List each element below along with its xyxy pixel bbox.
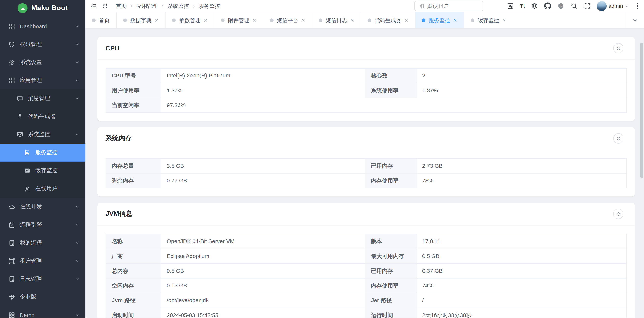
sidebar-item-my-workflow[interactable]: 我的流程 xyxy=(0,234,86,252)
tab-dot xyxy=(470,18,474,22)
fold-icon[interactable] xyxy=(90,2,97,9)
sidebar-item-code-generator[interactable]: 代码生成器 xyxy=(0,107,86,126)
tab-dropdown-chevron-icon[interactable] xyxy=(626,12,644,28)
sidebar-item-workflow-engine[interactable]: 流程引擎 xyxy=(0,216,86,234)
page-scrollbar-thumb[interactable] xyxy=(640,43,643,178)
table-value-cell: 2.73 GB xyxy=(416,159,627,173)
card-body: CPU 型号 Intel(R) Xeon(R) Platinum 核心数 2 用… xyxy=(97,60,635,121)
tab-parameter-management[interactable]: 参数管理 xyxy=(166,12,214,28)
chevron-up-icon xyxy=(75,132,80,137)
globe-icon[interactable] xyxy=(531,2,538,9)
table-row: 用户使用率 1.37% 系统使用率 1.37% xyxy=(106,83,626,98)
table-value-cell: 97.26% xyxy=(161,98,626,113)
font-size-icon[interactable]: Tt xyxy=(520,3,525,9)
chevron-right-icon xyxy=(160,4,165,8)
tab-service-monitor[interactable]: 服务监控 xyxy=(415,12,464,28)
sidebar-item-label: 系统设置 xyxy=(20,59,70,66)
close-icon[interactable] xyxy=(253,18,256,22)
github-icon[interactable] xyxy=(544,2,551,9)
close-icon[interactable] xyxy=(502,18,506,22)
tab-sms-platform[interactable]: 短信平台 xyxy=(263,12,312,28)
jvm-card: JVM信息 名称 OpenJDK 64-Bit Server VM 版本 17.… xyxy=(97,203,635,318)
tab-label: 数据字典 xyxy=(130,16,152,24)
document-user-icon xyxy=(8,239,15,246)
demo-grid-icon xyxy=(8,312,15,318)
tab-home[interactable]: 首页 xyxy=(86,12,116,28)
app-logo: Maku Boot xyxy=(0,0,86,16)
sidebar-item-dashboard[interactable]: Dashboard xyxy=(0,17,86,35)
sidebar-item-system-monitor[interactable]: 系统监控 xyxy=(0,126,86,144)
chevron-right-icon xyxy=(192,4,196,8)
user-menu[interactable]: admin xyxy=(597,1,629,11)
chevron-down-icon xyxy=(75,258,80,263)
user-icon xyxy=(24,185,31,192)
tab-attachment-management[interactable]: 附件管理 xyxy=(214,12,263,28)
sidebar-item-message-management[interactable]: 消息管理 xyxy=(0,89,86,107)
chevron-down-icon xyxy=(75,240,80,245)
header-actions: 默认租户 Tt G xyxy=(414,1,640,11)
table-label-cell: 厂商 xyxy=(106,249,161,263)
sidebar-item-log-management[interactable]: 日志管理 xyxy=(0,270,86,288)
table-row: Jvm 路径 /opt/java/openjdk Jar 路径 / xyxy=(106,293,626,308)
table-label-cell: 启动时间 xyxy=(106,308,161,318)
table-label-cell: 内存使用率 xyxy=(365,278,416,293)
sidebar-item-online-users[interactable]: 在线用户 xyxy=(0,180,86,198)
app-root: Maku Boot Dashboard 权限管理 系统设置 应用管理 xyxy=(0,0,644,318)
refresh-icon[interactable] xyxy=(102,2,108,9)
gitee-icon[interactable]: G xyxy=(558,2,564,9)
close-icon[interactable] xyxy=(350,18,354,22)
tab-label: 代码生成器 xyxy=(374,16,401,24)
avatar[interactable] xyxy=(597,1,607,11)
tab-dot xyxy=(422,18,426,22)
table-label-cell: 版本 xyxy=(365,234,416,249)
close-icon[interactable] xyxy=(302,18,305,22)
tab-label: 首页 xyxy=(99,16,110,24)
table-row: 剩余内存 0.77 GB 内存使用率 78% xyxy=(106,173,626,188)
table-value-cell: / xyxy=(416,293,627,308)
card-refresh-button[interactable] xyxy=(613,209,624,219)
table-row: 内存总量 3.5 GB 已用内存 2.73 GB xyxy=(106,159,626,173)
sidebar-item-service-monitor[interactable]: 服务监控 xyxy=(0,144,86,161)
tab-bar: 首页 数据字典 参数管理 附件管理 短信平台 xyxy=(86,12,644,29)
translate-icon[interactable] xyxy=(506,2,514,9)
close-icon[interactable] xyxy=(204,18,208,22)
gear-icon xyxy=(8,59,15,66)
table-label-cell: 内存使用率 xyxy=(365,173,416,188)
fullscreen-icon[interactable] xyxy=(584,2,591,9)
table-label-cell: Jvm 路径 xyxy=(106,293,161,308)
breadcrumb-item[interactable]: 首页 xyxy=(116,2,126,10)
sidebar-item-online-dev[interactable]: 在线开发 xyxy=(0,198,86,216)
close-icon[interactable] xyxy=(155,18,158,22)
table-row: 总内存 0.5 GB 已用内存 0.37 GB xyxy=(106,263,626,278)
card-refresh-button[interactable] xyxy=(613,43,624,53)
search-icon[interactable] xyxy=(571,2,578,9)
close-icon[interactable] xyxy=(454,18,457,22)
table-value-cell: 17.0.11 xyxy=(416,234,627,249)
breadcrumb-item[interactable]: 系统监控 xyxy=(168,2,189,10)
tab-code-generator[interactable]: 代码生成器 xyxy=(361,12,415,28)
tenant-select[interactable]: 默认租户 xyxy=(414,1,483,11)
close-icon[interactable] xyxy=(404,18,408,22)
tab-sms-log[interactable]: 短信日志 xyxy=(312,12,361,28)
card-header: CPU xyxy=(97,37,635,60)
sidebar-item-cache-monitor[interactable]: 缓存监控 xyxy=(0,161,86,180)
breadcrumb-item[interactable]: 服务监控 xyxy=(199,2,220,10)
card-refresh-button[interactable] xyxy=(613,133,624,144)
sidebar-item-enterprise[interactable]: 企业版 xyxy=(0,288,86,306)
sidebar-item-label: 消息管理 xyxy=(28,95,70,102)
cpu-card: CPU CPU 型号 Intel(R) Xeon(R) Platinum 核心数… xyxy=(97,37,635,121)
sidebar-item-app-management[interactable]: 应用管理 xyxy=(0,71,86,89)
table-label-cell: 系统使用率 xyxy=(365,83,416,98)
tab-cache-monitor[interactable]: 缓存监控 xyxy=(464,12,513,28)
sidebar-item-permissions[interactable]: 权限管理 xyxy=(0,35,86,53)
more-vertical-icon[interactable] xyxy=(635,2,640,10)
sidebar-item-demo[interactable]: Demo xyxy=(0,306,86,318)
tab-label: 附件管理 xyxy=(228,16,250,24)
chevron-right-icon xyxy=(130,4,134,8)
tenant-select-value: 默认租户 xyxy=(427,2,449,10)
tab-data-dictionary[interactable]: 数据字典 xyxy=(117,12,166,28)
sidebar-item-label: Dashboard xyxy=(20,23,70,29)
breadcrumb-item[interactable]: 应用管理 xyxy=(136,2,158,10)
sidebar-item-system-settings[interactable]: 系统设置 xyxy=(0,53,86,71)
sidebar-item-tenant-management[interactable]: 租户管理 xyxy=(0,252,86,270)
